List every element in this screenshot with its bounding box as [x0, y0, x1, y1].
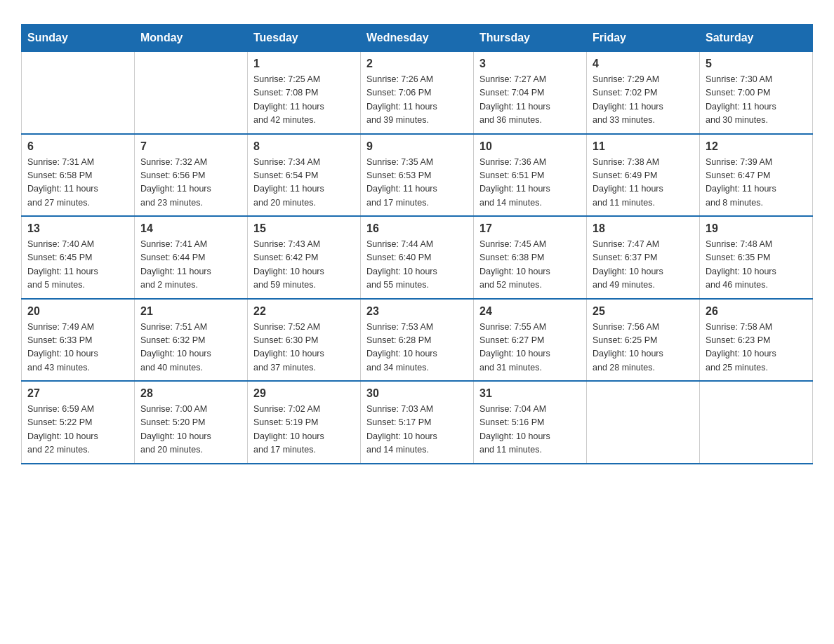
day-cell: 21Sunrise: 7:51 AM Sunset: 6:32 PM Dayli… [135, 299, 248, 382]
day-info: Sunrise: 7:25 AM Sunset: 7:08 PM Dayligh… [253, 73, 355, 128]
day-number: 3 [479, 58, 581, 70]
day-info: Sunrise: 7:31 AM Sunset: 6:58 PM Dayligh… [27, 156, 128, 210]
header-saturday: Saturday [700, 25, 813, 52]
day-cell [22, 52, 135, 134]
day-number: 17 [479, 222, 581, 235]
day-info: Sunrise: 7:26 AM Sunset: 7:06 PM Dayligh… [366, 73, 468, 128]
week-row-4: 27Sunrise: 6:59 AM Sunset: 5:22 PM Dayli… [22, 381, 813, 464]
week-row-2: 13Sunrise: 7:40 AM Sunset: 6:45 PM Dayli… [22, 216, 813, 299]
day-info: Sunrise: 7:00 AM Sunset: 5:20 PM Dayligh… [140, 403, 241, 457]
day-info: Sunrise: 7:51 AM Sunset: 6:32 PM Dayligh… [140, 321, 241, 375]
day-number: 5 [706, 58, 807, 70]
day-number: 14 [140, 222, 241, 235]
day-number: 9 [366, 140, 468, 153]
day-cell: 30Sunrise: 7:03 AM Sunset: 5:17 PM Dayli… [361, 381, 474, 464]
day-number: 23 [366, 305, 468, 318]
week-row-1: 6Sunrise: 7:31 AM Sunset: 6:58 PM Daylig… [22, 134, 813, 217]
day-cell [135, 52, 248, 134]
day-cell: 27Sunrise: 6:59 AM Sunset: 5:22 PM Dayli… [22, 381, 135, 464]
day-info: Sunrise: 6:59 AM Sunset: 5:22 PM Dayligh… [27, 403, 128, 457]
day-info: Sunrise: 7:29 AM Sunset: 7:02 PM Dayligh… [593, 73, 694, 128]
day-number: 2 [366, 58, 468, 70]
day-cell [700, 381, 813, 464]
day-info: Sunrise: 7:49 AM Sunset: 6:33 PM Dayligh… [27, 321, 128, 375]
day-cell: 14Sunrise: 7:41 AM Sunset: 6:44 PM Dayli… [135, 216, 248, 299]
day-cell: 31Sunrise: 7:04 AM Sunset: 5:16 PM Dayli… [474, 381, 587, 464]
day-cell: 25Sunrise: 7:56 AM Sunset: 6:25 PM Dayli… [587, 299, 700, 382]
day-cell: 17Sunrise: 7:45 AM Sunset: 6:38 PM Dayli… [474, 216, 587, 299]
day-number: 8 [253, 140, 355, 153]
header-wednesday: Wednesday [361, 25, 474, 52]
day-cell: 28Sunrise: 7:00 AM Sunset: 5:20 PM Dayli… [135, 381, 248, 464]
day-cell: 4Sunrise: 7:29 AM Sunset: 7:02 PM Daylig… [587, 52, 700, 134]
day-number: 28 [140, 387, 241, 400]
page-header: General Blue [21, 14, 813, 17]
header-thursday: Thursday [474, 25, 587, 52]
day-cell: 20Sunrise: 7:49 AM Sunset: 6:33 PM Dayli… [22, 299, 135, 382]
day-cell: 6Sunrise: 7:31 AM Sunset: 6:58 PM Daylig… [22, 134, 135, 217]
day-info: Sunrise: 7:36 AM Sunset: 6:51 PM Dayligh… [479, 156, 581, 210]
day-number: 6 [27, 140, 128, 153]
day-info: Sunrise: 7:45 AM Sunset: 6:38 PM Dayligh… [479, 238, 581, 293]
day-info: Sunrise: 7:02 AM Sunset: 5:19 PM Dayligh… [253, 403, 355, 457]
day-cell: 10Sunrise: 7:36 AM Sunset: 6:51 PM Dayli… [474, 134, 587, 217]
day-cell: 13Sunrise: 7:40 AM Sunset: 6:45 PM Dayli… [22, 216, 135, 299]
day-info: Sunrise: 7:32 AM Sunset: 6:56 PM Dayligh… [140, 156, 241, 210]
day-number: 1 [253, 58, 355, 70]
day-cell: 9Sunrise: 7:35 AM Sunset: 6:53 PM Daylig… [361, 134, 474, 217]
day-cell: 2Sunrise: 7:26 AM Sunset: 7:06 PM Daylig… [361, 52, 474, 134]
day-number: 12 [706, 140, 807, 153]
day-cell: 1Sunrise: 7:25 AM Sunset: 7:08 PM Daylig… [248, 52, 361, 134]
day-cell: 26Sunrise: 7:58 AM Sunset: 6:23 PM Dayli… [700, 299, 813, 382]
day-cell: 22Sunrise: 7:52 AM Sunset: 6:30 PM Dayli… [248, 299, 361, 382]
day-number: 21 [140, 305, 241, 318]
day-number: 25 [593, 305, 694, 318]
day-number: 15 [253, 222, 355, 235]
day-cell: 5Sunrise: 7:30 AM Sunset: 7:00 PM Daylig… [700, 52, 813, 134]
day-info: Sunrise: 7:41 AM Sunset: 6:44 PM Dayligh… [140, 238, 241, 293]
day-cell: 19Sunrise: 7:48 AM Sunset: 6:35 PM Dayli… [700, 216, 813, 299]
day-cell: 23Sunrise: 7:53 AM Sunset: 6:28 PM Dayli… [361, 299, 474, 382]
day-info: Sunrise: 7:04 AM Sunset: 5:16 PM Dayligh… [479, 403, 581, 457]
day-cell: 8Sunrise: 7:34 AM Sunset: 6:54 PM Daylig… [248, 134, 361, 217]
header-friday: Friday [587, 25, 700, 52]
day-number: 10 [479, 140, 581, 153]
day-info: Sunrise: 7:52 AM Sunset: 6:30 PM Dayligh… [253, 321, 355, 375]
day-info: Sunrise: 7:53 AM Sunset: 6:28 PM Dayligh… [366, 321, 468, 375]
day-cell: 12Sunrise: 7:39 AM Sunset: 6:47 PM Dayli… [700, 134, 813, 217]
day-cell: 29Sunrise: 7:02 AM Sunset: 5:19 PM Dayli… [248, 381, 361, 464]
calendar-table: SundayMondayTuesdayWednesdayThursdayFrid… [21, 24, 813, 464]
day-number: 4 [593, 58, 694, 70]
day-number: 16 [366, 222, 468, 235]
day-number: 26 [706, 305, 807, 318]
week-row-3: 20Sunrise: 7:49 AM Sunset: 6:33 PM Dayli… [22, 299, 813, 382]
day-cell: 24Sunrise: 7:55 AM Sunset: 6:27 PM Dayli… [474, 299, 587, 382]
day-info: Sunrise: 7:35 AM Sunset: 6:53 PM Dayligh… [366, 156, 468, 210]
day-number: 19 [706, 222, 807, 235]
day-number: 20 [27, 305, 128, 318]
week-row-0: 1Sunrise: 7:25 AM Sunset: 7:08 PM Daylig… [22, 52, 813, 134]
day-number: 29 [253, 387, 355, 400]
day-number: 30 [366, 387, 468, 400]
day-info: Sunrise: 7:47 AM Sunset: 6:37 PM Dayligh… [593, 238, 694, 293]
day-info: Sunrise: 7:55 AM Sunset: 6:27 PM Dayligh… [479, 321, 581, 375]
day-cell: 15Sunrise: 7:43 AM Sunset: 6:42 PM Dayli… [248, 216, 361, 299]
day-number: 24 [479, 305, 581, 318]
day-info: Sunrise: 7:58 AM Sunset: 6:23 PM Dayligh… [706, 321, 807, 375]
day-number: 13 [27, 222, 128, 235]
header-sunday: Sunday [22, 25, 135, 52]
day-number: 27 [27, 387, 128, 400]
day-cell: 16Sunrise: 7:44 AM Sunset: 6:40 PM Dayli… [361, 216, 474, 299]
day-number: 22 [253, 305, 355, 318]
day-info: Sunrise: 7:34 AM Sunset: 6:54 PM Dayligh… [253, 156, 355, 210]
day-info: Sunrise: 7:40 AM Sunset: 6:45 PM Dayligh… [27, 238, 128, 293]
day-info: Sunrise: 7:27 AM Sunset: 7:04 PM Dayligh… [479, 73, 581, 128]
calendar-header-row: SundayMondayTuesdayWednesdayThursdayFrid… [22, 25, 813, 52]
day-cell: 11Sunrise: 7:38 AM Sunset: 6:49 PM Dayli… [587, 134, 700, 217]
day-info: Sunrise: 7:30 AM Sunset: 7:00 PM Dayligh… [706, 73, 807, 128]
day-info: Sunrise: 7:38 AM Sunset: 6:49 PM Dayligh… [593, 156, 694, 210]
day-info: Sunrise: 7:43 AM Sunset: 6:42 PM Dayligh… [253, 238, 355, 293]
day-info: Sunrise: 7:48 AM Sunset: 6:35 PM Dayligh… [706, 238, 807, 293]
header-tuesday: Tuesday [248, 25, 361, 52]
day-number: 7 [140, 140, 241, 153]
